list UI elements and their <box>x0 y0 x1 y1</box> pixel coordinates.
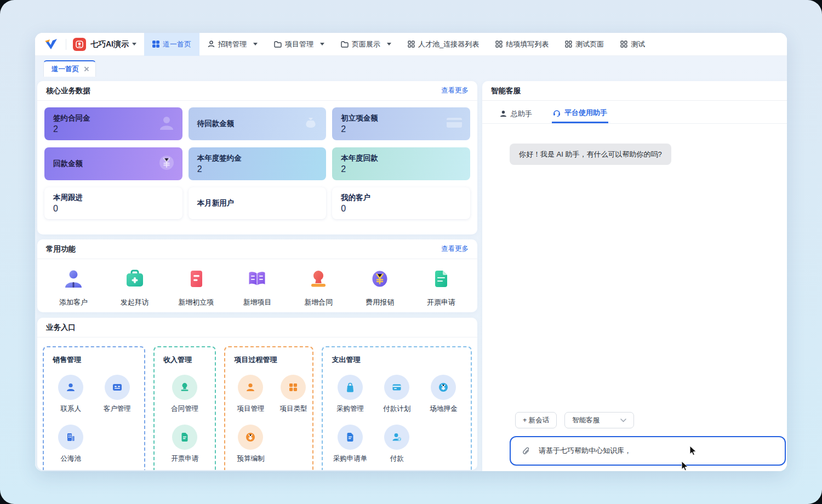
app-icon[interactable] <box>73 38 86 51</box>
qf-new-project[interactable]: 新增项目 <box>230 267 284 307</box>
biz-label: 客户管理 <box>104 404 131 414</box>
group-expense-mgmt: 支出管理 采购管理 付款计划 <box>322 346 472 470</box>
biz-label: 公海池 <box>61 454 82 463</box>
stat-initial-project[interactable]: 初立项金额 2 <box>332 107 470 140</box>
building-icon <box>58 425 83 450</box>
nav-item-closing-list[interactable]: 结项填写列表 <box>487 33 557 56</box>
yen-watermark-icon <box>157 153 176 174</box>
divider <box>66 39 66 50</box>
screen: 七巧AI演示 道一首页 招聘管理 项目管理 <box>0 0 822 504</box>
stat-signed-contract[interactable]: 签约合同金 2 <box>44 107 182 140</box>
nav-item-talent-pool[interactable]: 人才池_连接器列表 <box>399 33 487 56</box>
biz-contacts[interactable]: 联系人 <box>51 375 90 414</box>
nav-item-pages[interactable]: 页面展示 <box>333 33 399 56</box>
yen-coin-icon <box>431 375 456 400</box>
nav-item-home[interactable]: 道一首页 <box>144 33 199 56</box>
document-icon <box>172 425 197 450</box>
nav-menu: 道一首页 招聘管理 项目管理 页面展示 <box>144 33 653 56</box>
nav-item-label: 人才池_连接器列表 <box>418 39 479 49</box>
biz-label: 联系人 <box>61 404 82 414</box>
app-title[interactable]: 七巧AI演示 <box>90 39 129 49</box>
stat-week-followup[interactable]: 本周跟进 0 <box>44 187 182 219</box>
group-income-mgmt: 收入管理 合同管理 开票申请 <box>153 346 216 470</box>
book-icon <box>245 267 269 291</box>
quick-functions-row: 添加客户 发起拜访 新增初立项 新增项目 <box>46 267 469 307</box>
close-icon[interactable] <box>83 66 90 72</box>
yen-coin-icon <box>238 425 263 450</box>
nav-item-label: 测试页面 <box>575 39 604 49</box>
agent-select-value: 智能客服 <box>572 416 600 425</box>
briefcase-icon <box>123 267 147 291</box>
biz-label: 采购管理 <box>336 404 364 414</box>
nav-item-label: 项目管理 <box>285 39 313 49</box>
qf-new-initial-project[interactable]: 新增初立项 <box>169 267 224 307</box>
stat-collected-amount[interactable]: 回款金额 <box>44 147 182 180</box>
nav-item-test[interactable]: 测试 <box>612 33 653 56</box>
biz-label: 项目类型 <box>279 404 307 414</box>
business-entry-card: 业务入口 销售管理 联系人 客户管理 <box>37 318 477 470</box>
chevron-down-icon[interactable] <box>132 43 136 45</box>
biz-label: 预算编制 <box>237 454 264 463</box>
assistant-tabs: 总助手 平台使用助手 <box>482 104 787 124</box>
tab-platform-assistant[interactable]: 平台使用助手 <box>552 104 608 123</box>
quick-functions-header: 常用功能 查看更多 <box>37 239 477 259</box>
document-green-icon <box>429 267 453 291</box>
section-title: 常用功能 <box>46 244 76 254</box>
tab-home[interactable]: 道一首页 <box>43 60 96 77</box>
assistant-header: 智能客服 <box>482 81 787 101</box>
qf-add-customer[interactable]: 添加客户 <box>46 267 101 307</box>
grid-icon <box>281 375 306 400</box>
biz-customer-mgmt[interactable]: 客户管理 <box>98 375 137 414</box>
view-more-link[interactable]: 查看更多 <box>441 244 469 254</box>
payer-icon <box>384 425 409 450</box>
stat-month-new-users[interactable]: 本月新用户 <box>189 187 327 219</box>
stat-label: 初立项金额 <box>341 113 461 123</box>
biz-procurement-mgmt[interactable]: 采购管理 <box>330 375 370 414</box>
stamp-icon <box>306 267 330 291</box>
qf-new-contract[interactable]: 新增合同 <box>291 267 346 307</box>
biz-project-mgmt[interactable]: 项目管理 <box>231 375 270 414</box>
nav-item-recruit[interactable]: 招聘管理 <box>199 33 266 56</box>
new-chat-button[interactable]: + 新会话 <box>515 412 557 428</box>
group-title: 项目过程管理 <box>234 355 307 365</box>
biz-purchase-request[interactable]: 采购申请单 <box>330 425 370 463</box>
biz-site-deposit[interactable]: 场地押金 <box>424 375 463 414</box>
card-watermark-icon <box>445 114 464 133</box>
biz-project-type[interactable]: 项目类型 <box>273 375 313 414</box>
chevron-down-icon <box>387 43 391 45</box>
paperclip-icon <box>522 446 531 456</box>
qf-invoice-request[interactable]: 开票申请 <box>414 267 469 307</box>
business-entry-header: 业务入口 <box>37 318 477 337</box>
biz-payment[interactable]: 付款 <box>377 425 416 463</box>
qf-start-visit[interactable]: 发起拜访 <box>107 267 162 307</box>
nav-item-project[interactable]: 项目管理 <box>266 33 333 56</box>
person-icon <box>500 110 507 117</box>
qf-expense-claim[interactable]: 费用报销 <box>352 267 407 307</box>
core-data-card: 核心业务数据 查看更多 签约合同金 2 待回款金额 初立项金 <box>37 81 477 234</box>
document-red-icon <box>184 267 208 291</box>
chat-input[interactable]: 请基于七巧帮助中心知识库， <box>510 436 786 466</box>
agent-select[interactable]: 智能客服 <box>564 412 634 428</box>
biz-label: 项目管理 <box>237 404 264 414</box>
stat-label: 本年度签约金 <box>197 153 318 163</box>
biz-budget-prep[interactable]: 预算编制 <box>231 425 270 463</box>
biz-label: 付款计划 <box>383 404 410 414</box>
bank-card-icon <box>384 375 409 400</box>
stat-year-collected[interactable]: 本年度回款 2 <box>332 147 470 180</box>
biz-invoice-request[interactable]: 开票申请 <box>165 425 204 463</box>
view-more-link[interactable]: 查看更多 <box>441 86 469 95</box>
stat-year-signed[interactable]: 本年度签约金 2 <box>189 147 327 180</box>
add-customer-icon <box>61 267 85 291</box>
nav-item-test-page[interactable]: 测试页面 <box>557 33 612 56</box>
biz-payment-plan[interactable]: 付款计划 <box>377 375 416 414</box>
biz-label: 场地押金 <box>430 404 457 414</box>
stat-my-customers[interactable]: 我的客户 0 <box>332 187 470 219</box>
panel-title: 智能客服 <box>491 86 521 96</box>
biz-public-pool[interactable]: 公海池 <box>51 425 90 463</box>
tab-label: 平台使用助手 <box>564 108 607 118</box>
nav-item-label: 道一首页 <box>163 39 191 49</box>
biz-contract-mgmt[interactable]: 合同管理 <box>165 375 204 414</box>
nav-item-label: 测试 <box>631 39 645 49</box>
stat-pending-collection[interactable]: 待回款金额 <box>189 107 327 140</box>
tab-general-assistant[interactable]: 总助手 <box>499 104 533 123</box>
